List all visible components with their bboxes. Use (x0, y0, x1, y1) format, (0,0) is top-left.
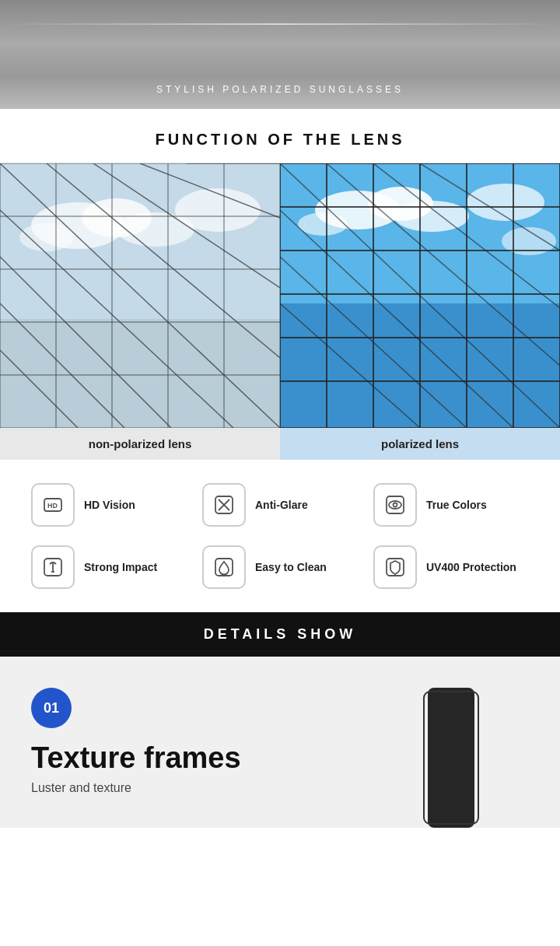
lens-image-right (280, 163, 560, 428)
feature-uv400: UV400 Protection (373, 545, 529, 589)
strong-impact-icon-box (31, 545, 75, 589)
svg-point-34 (467, 184, 544, 221)
function-section: FUNCTION OF THE LENS (0, 109, 560, 460)
svg-text:HD: HD (47, 502, 58, 510)
features-grid: HD HD Vision Anti-Glare (31, 483, 529, 589)
section-title: FUNCTION OF THE LENS (0, 131, 560, 149)
eye-icon (384, 494, 406, 516)
drop-icon (213, 556, 235, 578)
uv400-icon-box (373, 545, 417, 589)
details-banner-title: DETAILS SHOW (204, 626, 357, 642)
lens-label-right: polarized lens (280, 428, 560, 460)
feature-hd-vision: HD HD Vision (31, 483, 187, 527)
svg-point-32 (394, 201, 469, 232)
svg-point-6 (175, 188, 261, 232)
anti-glare-icon (213, 494, 235, 516)
hd-vision-icon-box: HD (31, 483, 75, 527)
features-section: HD HD Vision Anti-Glare (0, 460, 560, 612)
hammer-icon (42, 556, 64, 578)
details-banner: DETAILS SHOW (0, 612, 560, 657)
hero-banner: STYLISH POLARIZED SUNGLASSES (0, 0, 560, 109)
feature-easy-clean: Easy to Clean (202, 545, 358, 589)
svg-point-63 (389, 501, 401, 509)
hd-vision-label: HD Vision (84, 499, 135, 511)
svg-point-33 (298, 212, 348, 236)
shield-icon (384, 556, 406, 578)
lens-label-row: non-polarized lens polarized lens (0, 428, 560, 460)
true-colors-icon-box (373, 483, 417, 527)
easy-clean-label: Easy to Clean (255, 561, 327, 573)
frame-silhouette (373, 688, 529, 828)
lens-comparison (0, 163, 560, 428)
true-colors-label: True Colors (426, 499, 487, 511)
feature-true-colors: True Colors (373, 483, 529, 527)
strong-impact-label: Strong Impact (84, 561, 157, 573)
feature-anti-glare: Anti-Glare (202, 483, 358, 527)
uv400-label: UV400 Protection (426, 561, 516, 573)
anti-glare-icon-box (202, 483, 246, 527)
feature-strong-impact: Strong Impact (31, 545, 187, 589)
details-section: 01 Texture frames Luster and texture (0, 657, 560, 828)
badge-number: 01 (31, 688, 72, 728)
lens-image-left (0, 163, 280, 428)
svg-rect-70 (428, 688, 474, 828)
anti-glare-label: Anti-Glare (255, 499, 308, 511)
lens-label-left: non-polarized lens (0, 428, 280, 460)
svg-point-64 (394, 503, 397, 507)
svg-point-5 (19, 223, 74, 251)
hero-subtitle: STYLISH POLARIZED SUNGLASSES (156, 84, 404, 95)
easy-clean-icon-box (202, 545, 246, 589)
hd-icon: HD (42, 494, 64, 516)
